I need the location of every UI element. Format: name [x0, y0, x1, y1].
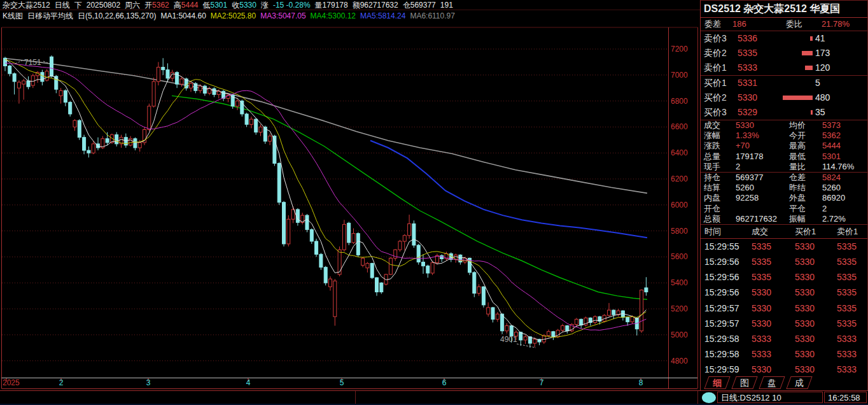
candlestick[interactable] [431, 261, 434, 275]
candlestick[interactable] [236, 99, 239, 110]
candlestick[interactable] [375, 277, 379, 296]
candlestick[interactable] [152, 78, 155, 108]
candlestick[interactable] [412, 220, 416, 248]
candlestick[interactable] [584, 316, 587, 326]
candlestick[interactable] [612, 309, 615, 319]
candlestick[interactable] [352, 229, 355, 244]
candlestick[interactable] [640, 289, 643, 332]
candlestick[interactable] [101, 136, 104, 149]
candlestick[interactable] [301, 213, 304, 224]
candlestick[interactable] [92, 141, 95, 154]
candlestick[interactable] [143, 127, 146, 145]
ask-row[interactable]: 卖价15333120 [701, 60, 867, 76]
candlestick[interactable] [524, 335, 527, 344]
candlestick[interactable] [310, 229, 313, 244]
candlestick[interactable] [342, 220, 346, 252]
candlestick[interactable] [45, 69, 48, 82]
candlestick[interactable] [519, 332, 522, 346]
candlestick[interactable] [134, 138, 137, 150]
candlestick[interactable] [245, 113, 248, 127]
candlestick[interactable] [570, 323, 573, 332]
candlestick[interactable] [208, 87, 211, 95]
candlestick[interactable] [283, 201, 286, 246]
candlestick[interactable] [608, 303, 611, 316]
candlestick[interactable] [617, 309, 620, 316]
candlestick[interactable] [459, 254, 462, 264]
bid-row[interactable]: 买价153315 [701, 76, 867, 90]
candlestick[interactable] [64, 89, 67, 106]
candlestick[interactable] [259, 124, 262, 136]
candlestick[interactable] [566, 325, 569, 334]
candlestick[interactable] [473, 271, 476, 297]
candlestick[interactable] [115, 132, 118, 146]
candlestick[interactable] [417, 244, 420, 265]
candlestick[interactable] [561, 323, 564, 332]
candlestick[interactable] [422, 254, 425, 274]
candlestick[interactable] [176, 71, 179, 89]
bid-row[interactable]: 买价25330480 [701, 90, 867, 105]
candlestick[interactable] [426, 265, 430, 278]
bid-row[interactable]: 买价3532935 [701, 105, 867, 120]
tab-盘[interactable]: 盘 [759, 376, 785, 389]
candlestick[interactable] [277, 162, 281, 204]
candlestick[interactable] [366, 262, 369, 273]
candlestick[interactable] [319, 253, 323, 270]
candlestick[interactable] [491, 307, 494, 322]
candlestick[interactable] [157, 62, 160, 85]
candlestick[interactable] [552, 331, 555, 340]
candlestick[interactable] [398, 240, 402, 252]
candlestick[interactable] [249, 117, 253, 128]
candlestick[interactable] [440, 254, 444, 262]
tab-成[interactable]: 成 [786, 376, 812, 389]
candlestick[interactable] [347, 222, 351, 245]
candlestick[interactable] [50, 55, 53, 78]
candlestick-chart[interactable]: 7200700068006600640062006000580056005400… [0, 21, 700, 390]
candlestick[interactable] [222, 90, 225, 101]
candlestick[interactable] [83, 135, 86, 155]
candlestick[interactable] [482, 286, 485, 308]
candlestick[interactable] [505, 323, 508, 333]
candlestick[interactable] [645, 277, 648, 295]
candlestick[interactable] [305, 214, 309, 232]
candlestick[interactable] [315, 239, 318, 257]
candlestick[interactable] [13, 73, 16, 95]
candlestick[interactable] [356, 232, 360, 257]
tab-图[interactable]: 图 [731, 376, 757, 389]
candlestick[interactable] [635, 317, 638, 336]
candlestick[interactable] [255, 118, 258, 135]
candlestick[interactable] [4, 57, 7, 71]
candlestick[interactable] [394, 249, 397, 260]
candlestick[interactable] [389, 257, 392, 275]
candlestick[interactable] [129, 136, 132, 146]
candlestick[interactable] [97, 138, 100, 150]
candlestick[interactable] [120, 135, 123, 148]
tab-细[interactable]: 细 [704, 376, 730, 389]
candlestick[interactable] [162, 58, 165, 75]
candlestick[interactable] [361, 257, 365, 267]
candlestick[interactable] [291, 206, 295, 224]
candlestick[interactable] [435, 253, 438, 264]
ask-row[interactable]: 卖价25335173 [701, 46, 867, 60]
candlestick[interactable] [59, 88, 62, 103]
candlestick[interactable] [213, 87, 216, 97]
candlestick[interactable] [203, 85, 206, 96]
candlestick[interactable] [73, 119, 76, 131]
candlestick[interactable] [22, 79, 25, 100]
candlestick[interactable] [69, 101, 72, 117]
candlestick[interactable] [626, 316, 629, 325]
candlestick[interactable] [8, 64, 11, 76]
candlestick[interactable] [27, 76, 30, 89]
candlestick[interactable] [333, 279, 337, 325]
candlestick[interactable] [449, 252, 452, 262]
candlestick[interactable] [496, 312, 499, 322]
candlestick[interactable] [148, 104, 151, 131]
candlestick[interactable] [287, 215, 290, 246]
candlestick[interactable] [17, 80, 20, 104]
candlestick[interactable] [78, 119, 81, 140]
candlestick[interactable] [324, 266, 327, 286]
candlestick[interactable] [580, 318, 583, 328]
ask-row[interactable]: 卖价3533641 [701, 31, 867, 46]
candlestick[interactable] [594, 315, 597, 324]
candlestick[interactable] [41, 70, 44, 85]
period-indicator[interactable]: 日线:DS2512 10 [717, 392, 823, 403]
